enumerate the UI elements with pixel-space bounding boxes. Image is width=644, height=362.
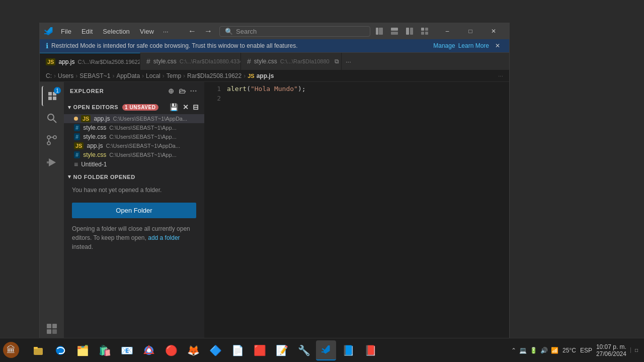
- no-folder-header[interactable]: ▾ No Folder Opened: [64, 171, 204, 182]
- editor-scrollbar[interactable]: [502, 82, 509, 343]
- breadcrumb-sebast[interactable]: SEBAST~1: [79, 72, 110, 79]
- back-button[interactable]: ←: [185, 26, 199, 37]
- code-paren-close: );: [298, 85, 306, 93]
- open-editors-header[interactable]: ▾ Open Editors 1 unsaved 💾 ✕ ⊟: [64, 100, 204, 114]
- code-editor[interactable]: alert("Hola Mundo");: [225, 82, 502, 343]
- svg-rect-5: [410, 28, 413, 35]
- activity-extensions[interactable]: [42, 319, 62, 339]
- breadcrumb-temp[interactable]: Temp: [167, 72, 181, 79]
- sidebar-more-icon[interactable]: ···: [189, 86, 198, 96]
- tray-icon-2[interactable]: 🔋: [530, 347, 537, 354]
- desktop-widget[interactable]: 🏛: [3, 342, 19, 358]
- activity-explorer[interactable]: 1: [42, 86, 62, 106]
- taskbar-clock[interactable]: 10:07 p. m. 27/06/2024: [596, 343, 626, 357]
- menu-view[interactable]: View: [136, 27, 158, 36]
- customize-layout-icon[interactable]: [418, 24, 432, 38]
- tab-stylecss-2[interactable]: # style.css C:\...\Rar$DIa10880 ⧉ ✕: [241, 53, 342, 70]
- breadcrumb-appdata[interactable]: AppData: [116, 72, 140, 79]
- toggle-editor-layout-icon[interactable]: [387, 24, 401, 38]
- file-item-stylecss-1[interactable]: # style.css C:\Users\SEBAST~1\App...: [64, 123, 204, 132]
- editor-inner: 1 2 alert("Hola Mundo");: [205, 82, 509, 343]
- notification-close-button[interactable]: ✕: [492, 41, 503, 50]
- taskbar-icon-mail[interactable]: 📧: [117, 340, 137, 360]
- open-folder-button[interactable]: Open Folder: [72, 203, 196, 218]
- tray-chevron-icon[interactable]: ⌃: [511, 347, 516, 354]
- tab-bar: JS app.js C:\...\Rar$DIa2508.19622 ✕ # s…: [40, 53, 509, 70]
- breadcrumb-users[interactable]: Users: [58, 72, 73, 79]
- js-icon-2: JS: [74, 142, 84, 149]
- taskbar-icon-app3[interactable]: 🔷: [205, 340, 225, 360]
- activity-source-control[interactable]: [42, 130, 62, 150]
- svg-rect-9: [425, 32, 428, 35]
- taskbar-icon-chrome[interactable]: [139, 340, 159, 360]
- close-button[interactable]: ✕: [482, 23, 505, 39]
- svg-point-10: [48, 114, 54, 120]
- taskbar-icon-app2[interactable]: 🦊: [183, 340, 203, 360]
- breadcrumb-c[interactable]: C:: [46, 72, 52, 79]
- collapse-icon[interactable]: ⊟: [192, 102, 200, 112]
- taskbar-icon-vscode[interactable]: [316, 340, 336, 360]
- toggle-primary-sidebar-icon[interactable]: [372, 24, 386, 38]
- menu-edit[interactable]: Edit: [77, 27, 97, 36]
- menu-selection[interactable]: Selection: [99, 27, 133, 36]
- taskbar-icon-app4[interactable]: 🟥: [250, 340, 270, 360]
- taskbar-icon-explorer[interactable]: [28, 340, 48, 360]
- search-bar[interactable]: 🔍 Search: [219, 26, 370, 37]
- show-desktop-icon[interactable]: □: [630, 347, 638, 353]
- maximize-button[interactable]: □: [459, 23, 482, 39]
- new-file-icon[interactable]: ⊕: [167, 86, 176, 96]
- tab-appjs[interactable]: JS app.js C:\...\Rar$DIa2508.19622 ✕: [40, 53, 140, 70]
- taskbar-icon-store[interactable]: 🛍️: [95, 340, 115, 360]
- taskbar-icon-files[interactable]: 🗂️: [72, 340, 93, 360]
- sidebar: Explorer ⊕ 🗁 ··· ▾ Open Editors 1 unsave…: [64, 82, 205, 343]
- menu-more[interactable]: ···: [160, 27, 172, 36]
- breadcrumb-local[interactable]: Local: [146, 72, 160, 79]
- notification-bar: ℹ Restricted Mode is intended for safe c…: [40, 39, 509, 53]
- taskbar-icon-edge[interactable]: [50, 340, 70, 360]
- close-all-icon[interactable]: ✕: [182, 102, 190, 112]
- forward-button[interactable]: →: [201, 26, 215, 37]
- add-folder-link[interactable]: add a folder: [148, 234, 180, 241]
- save-all-icon[interactable]: 💾: [169, 102, 180, 112]
- learn-more-link[interactable]: Learn More: [458, 42, 489, 49]
- nav-buttons: ← →: [185, 26, 215, 37]
- file-item-appjs-active[interactable]: JS app.js C:\Users\SEBAST~1\AppDa...: [64, 114, 204, 123]
- tab-more-button[interactable]: ···: [342, 56, 355, 67]
- taskbar-icon-word[interactable]: 📘: [338, 340, 358, 360]
- breadcrumb-current-file: app.js: [257, 72, 274, 79]
- taskbar-icon-app6[interactable]: 🔧: [294, 340, 314, 360]
- system-tray: ⌃ 💻 🔋 🔊 📶 25°C ESP 10:07 p. m. 27/06/202…: [505, 343, 644, 357]
- split-editor-icon[interactable]: ⧉: [333, 56, 341, 67]
- taskbar-icon-app1[interactable]: 🔴: [161, 340, 181, 360]
- new-folder-icon[interactable]: 🗁: [178, 86, 187, 96]
- sidebar-title: Explorer ⊕ 🗁 ···: [64, 82, 204, 100]
- editor-area[interactable]: 1 2 alert("Hola Mundo");: [205, 82, 509, 343]
- minimize-button[interactable]: –: [436, 23, 459, 39]
- breadcrumb-sep-4: ›: [142, 72, 144, 79]
- svg-rect-3: [391, 32, 398, 35]
- file-item-appjs-2[interactable]: JS app.js C:\Users\SEBAST~1\AppDa...: [64, 141, 204, 150]
- tab-stylecss-1[interactable]: # style.css C:\...\Rar$DIa10880.43348 ✕: [140, 53, 241, 70]
- file-path-stylecss-1: C:\Users\SEBAST~1\App...: [109, 125, 177, 131]
- tray-icon-1[interactable]: 💻: [519, 347, 527, 354]
- taskbar-icon-ppt[interactable]: 📕: [360, 340, 380, 360]
- file-item-stylecss-2[interactable]: # style.css C:\Users\SEBAST~1\App...: [64, 132, 204, 141]
- manage-link[interactable]: Manage: [433, 42, 455, 49]
- menu-file[interactable]: File: [57, 27, 75, 36]
- file-item-stylecss-3[interactable]: # style.css C:\Users\SEBAST~1\App...: [64, 150, 204, 159]
- breadcrumb-rar[interactable]: Rar$DIa2508.19622: [187, 72, 242, 79]
- taskbar-icon-app5[interactable]: 📝: [272, 340, 292, 360]
- activity-search[interactable]: [42, 108, 62, 128]
- toggle-split-icon[interactable]: [403, 24, 417, 38]
- code-fn-alert: alert: [227, 85, 247, 93]
- svg-rect-19: [47, 329, 51, 334]
- explorer-title: Explorer: [70, 88, 104, 94]
- file-item-untitled[interactable]: ≡ Untitled-1: [64, 159, 204, 169]
- tray-volume-icon[interactable]: 🔊: [540, 347, 548, 354]
- no-folder-title: No Folder Opened: [73, 174, 135, 180]
- tray-network-icon[interactable]: 📶: [551, 347, 558, 354]
- breadcrumb-sep-2: ›: [75, 72, 77, 79]
- taskbar-icon-pdf[interactable]: 📄: [227, 340, 248, 360]
- css-icon-3: #: [74, 151, 80, 158]
- activity-run-debug[interactable]: [42, 152, 62, 172]
